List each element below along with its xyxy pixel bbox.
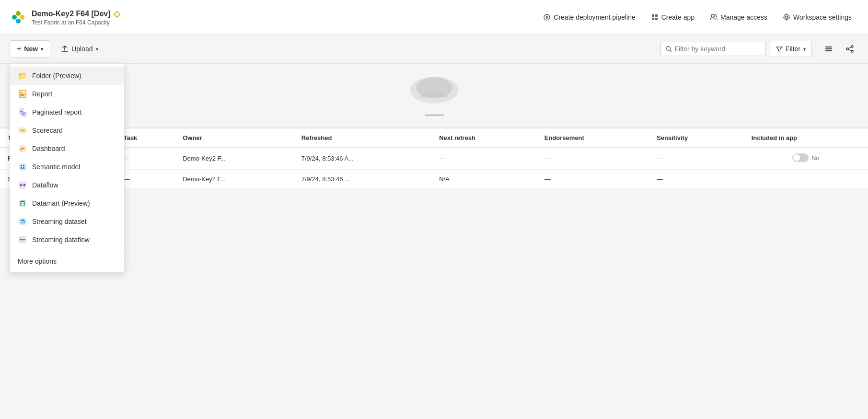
col-task: Task	[116, 128, 175, 148]
create-app-button[interactable]: Create app	[644, 10, 701, 25]
col-refreshed: Refreshed	[294, 128, 431, 148]
search-input[interactable]	[675, 45, 761, 53]
paginated-label: Paginated report	[32, 108, 82, 116]
more-options-item[interactable]: More options	[10, 253, 124, 269]
workspace-subtitle-text: Test Fabric at an F64 Capacity	[32, 19, 120, 26]
svg-point-46	[851, 50, 853, 52]
cell-included-1: No	[744, 148, 868, 170]
svg-rect-29	[23, 165, 24, 166]
included-toggle-1[interactable]: No	[792, 153, 820, 162]
svg-rect-49	[425, 115, 444, 116]
col-endorsement: Endorsement	[537, 128, 649, 148]
svg-rect-31	[23, 167, 24, 169]
svg-rect-27	[19, 163, 26, 170]
svg-rect-22	[23, 113, 25, 114]
toolbar-right: Filter ▾	[660, 40, 858, 58]
filter-button[interactable]: Filter ▾	[770, 41, 812, 57]
workspace-title: Demo-Key2 F64 [Dev] ◇	[32, 9, 120, 19]
svg-rect-38	[20, 222, 25, 223]
data-table-container: Type Task Owner Refreshed Next refresh E…	[0, 128, 868, 189]
workspace-settings-button[interactable]: Workspace settings	[776, 10, 858, 25]
streaming-dataset-icon	[18, 217, 27, 226]
header-right: Create deployment pipeline Create app Ma…	[536, 10, 858, 25]
col-owner: Owner	[175, 128, 294, 148]
list-view-button[interactable]	[820, 40, 837, 58]
diamond-icon: ◇	[114, 9, 120, 19]
svg-point-40	[666, 47, 670, 50]
more-options-label: More options	[18, 257, 57, 265]
search-box[interactable]	[660, 42, 766, 56]
manage-access-button[interactable]: Manage access	[703, 10, 774, 25]
dropdown-item-report[interactable]: Report	[10, 85, 124, 103]
filter-chevron-icon: ▾	[803, 47, 806, 52]
svg-point-10	[715, 14, 717, 17]
svg-rect-7	[652, 18, 654, 20]
dropdown-item-datamart[interactable]: Datamart (Preview)	[10, 194, 124, 212]
svg-point-45	[846, 48, 848, 50]
dropdown-item-streaming-dataflow[interactable]: Streaming dataflow	[10, 231, 124, 249]
col-next-refresh: Next refresh	[431, 128, 537, 148]
grid-icon	[651, 13, 659, 21]
new-button[interactable]: + New ▾	[10, 40, 50, 58]
dropdown-item-dataflow[interactable]: Dataflow	[10, 176, 124, 194]
toggle-thumb-1	[793, 154, 800, 161]
svg-rect-15	[20, 95, 24, 96]
folder-label: Folder (Preview)	[32, 72, 81, 80]
cell-refreshed-2: 7/9/24, 8:53:46 ...	[294, 170, 431, 189]
semantic-model-label: Semantic model	[32, 163, 80, 171]
cell-endorsement-1: —	[537, 148, 649, 170]
upload-chevron-icon: ▾	[96, 47, 98, 52]
svg-point-0	[12, 15, 17, 20]
toggle-label-1: No	[811, 154, 820, 162]
toolbar-left: + New ▾ Upload ▾	[10, 40, 105, 58]
svg-point-33	[20, 184, 22, 186]
rocket-icon	[543, 13, 551, 21]
share-button[interactable]	[841, 40, 858, 58]
cell-owner-1: Demo-Key2 F...	[175, 148, 294, 170]
svg-point-1	[16, 11, 21, 16]
dataflow-icon	[18, 180, 27, 190]
dropdown-separator	[10, 251, 124, 251]
banner-area	[0, 64, 868, 128]
table-row: Semantic mo... — Demo-Key2 F... 7/9/24, …	[0, 170, 868, 189]
dropdown-item-streaming-dataset[interactable]: Streaming dataset	[10, 212, 124, 231]
filter-label: Filter	[786, 45, 800, 53]
svg-rect-13	[20, 93, 23, 93]
cell-endorsement-2: —	[537, 170, 649, 189]
manage-access-label: Manage access	[720, 13, 767, 21]
cell-next-refresh-1: —	[431, 148, 537, 170]
svg-point-2	[20, 15, 24, 20]
toolbar: + New ▾ Upload ▾ 📁 Folder (Preview)	[0, 35, 868, 64]
filter-icon	[776, 46, 783, 52]
dropdown-item-dashboard[interactable]: Dashboard	[10, 140, 124, 158]
scorecard-icon	[18, 126, 27, 135]
datamart-label: Datamart (Preview)	[32, 199, 90, 207]
streaming-dataflow-label: Streaming dataflow	[32, 236, 90, 244]
svg-point-36	[21, 201, 24, 202]
upload-button[interactable]: Upload ▾	[54, 41, 104, 57]
share-icon	[845, 45, 854, 53]
create-app-label: Create app	[661, 13, 694, 21]
dropdown-item-semantic-model[interactable]: Semantic model	[10, 158, 124, 176]
cell-next-refresh-2: N/A	[431, 170, 537, 189]
report-label: Report	[32, 90, 52, 98]
upload-label: Upload	[71, 45, 93, 53]
cell-sensitivity-1: —	[649, 148, 744, 170]
cell-task-2: —	[116, 170, 175, 189]
dropdown-item-scorecard[interactable]: Scorecard	[10, 121, 124, 140]
dropdown-item-paginated-report[interactable]: Paginated report	[10, 103, 124, 121]
svg-rect-14	[20, 94, 25, 95]
toggle-track-1	[792, 153, 809, 162]
new-chevron-icon: ▾	[41, 47, 43, 52]
svg-point-9	[711, 14, 714, 17]
items-table: Type Task Owner Refreshed Next refresh E…	[0, 128, 868, 189]
streaming-dataflow-icon	[18, 235, 27, 244]
fabric-logo-icon	[10, 9, 27, 26]
banner-illustration	[405, 73, 463, 107]
upload-icon	[61, 45, 69, 53]
scorecard-label: Scorecard	[32, 127, 63, 134]
svg-rect-28	[21, 165, 22, 166]
streaming-dataset-label: Streaming dataset	[32, 218, 87, 225]
dropdown-item-folder[interactable]: 📁 Folder (Preview)	[10, 67, 124, 85]
create-deployment-button[interactable]: Create deployment pipeline	[536, 10, 642, 25]
